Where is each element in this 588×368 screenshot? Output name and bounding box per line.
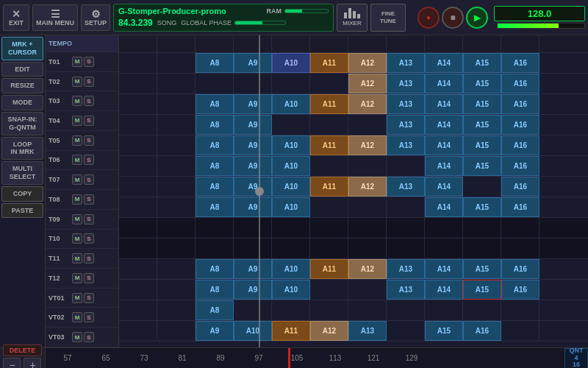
cell[interactable]: A16	[501, 177, 539, 197]
cell[interactable]	[501, 300, 539, 320]
cell[interactable]	[387, 321, 425, 341]
cell[interactable]	[348, 238, 387, 258]
cell[interactable]	[119, 218, 157, 238]
cell[interactable]: A8	[196, 135, 234, 155]
cell[interactable]	[157, 177, 196, 197]
cell[interactable]: A12	[348, 53, 387, 73]
cell[interactable]: A9	[234, 156, 272, 176]
cell[interactable]	[348, 218, 387, 238]
cell[interactable]	[157, 321, 196, 341]
t07-solo-button[interactable]: S	[84, 174, 94, 185]
cell[interactable]	[157, 218, 196, 238]
cell[interactable]	[119, 135, 157, 155]
cell[interactable]	[463, 218, 501, 238]
t05-solo-button[interactable]: S	[84, 135, 94, 146]
cell[interactable]: A10	[272, 53, 310, 73]
cell[interactable]: A8	[196, 94, 234, 114]
cell[interactable]: A16	[501, 135, 539, 155]
cell[interactable]: A15	[463, 197, 501, 217]
vt02-solo-button[interactable]: S	[84, 312, 94, 322]
cell[interactable]: A9	[234, 135, 272, 155]
cell[interactable]	[157, 259, 196, 279]
cell[interactable]	[272, 74, 310, 93]
t09-mute-button[interactable]: M	[72, 214, 82, 224]
cell[interactable]	[310, 156, 348, 176]
minus-button[interactable]: −	[3, 358, 21, 369]
cell[interactable]: A15	[463, 156, 501, 176]
record-button[interactable]: ●	[417, 7, 440, 29]
stop-button[interactable]: ■	[442, 7, 464, 29]
cell[interactable]	[463, 177, 501, 197]
vt02-mute-button[interactable]: M	[72, 312, 82, 322]
cell[interactable]	[234, 238, 272, 258]
t10-mute-button[interactable]: M	[72, 233, 82, 244]
cell[interactable]	[272, 218, 310, 238]
cell[interactable]	[425, 238, 463, 258]
sidebar-loop-in-mrk[interactable]: LOOP IN MRK	[1, 137, 43, 160]
cell[interactable]	[310, 280, 348, 300]
cell[interactable]	[387, 218, 425, 238]
cell[interactable]: A14	[425, 74, 463, 93]
cell[interactable]: A11	[310, 177, 348, 197]
cell[interactable]: A8	[196, 259, 234, 279]
cell[interactable]: A9	[234, 259, 272, 279]
cell[interactable]: A10	[272, 135, 310, 155]
sidebar-mode[interactable]: MODE	[1, 95, 43, 110]
cell[interactable]	[272, 238, 310, 258]
cell[interactable]	[310, 115, 348, 135]
cell[interactable]: A12	[348, 259, 387, 279]
cell[interactable]: A12	[310, 321, 348, 341]
cell[interactable]: A12	[348, 94, 387, 114]
cell[interactable]: A10	[272, 197, 310, 217]
cell[interactable]: A8	[196, 156, 234, 176]
cell[interactable]	[119, 115, 157, 135]
t06-solo-button[interactable]: S	[84, 155, 94, 165]
t04-solo-button[interactable]: S	[84, 116, 94, 126]
cell[interactable]	[196, 238, 234, 258]
t04-mute-button[interactable]: M	[72, 116, 82, 126]
t11-solo-button[interactable]: S	[84, 253, 94, 263]
t07-mute-button[interactable]: M	[72, 174, 82, 185]
cell[interactable]: A8	[196, 197, 234, 217]
cell[interactable]: A9	[234, 177, 272, 197]
t06-mute-button[interactable]: M	[72, 155, 82, 165]
cell[interactable]: A9	[234, 94, 272, 114]
cell[interactable]	[196, 74, 234, 93]
cell[interactable]	[119, 74, 157, 93]
cell[interactable]	[310, 74, 348, 93]
cell[interactable]: A9	[234, 280, 272, 300]
cell[interactable]	[310, 300, 348, 320]
cell[interactable]	[501, 218, 539, 238]
cell[interactable]: A13	[387, 280, 425, 300]
sidebar-mrk-cursor[interactable]: MRK + CURSOR	[1, 37, 43, 60]
cell[interactable]	[501, 238, 539, 258]
cell[interactable]: A10	[272, 156, 310, 176]
vt03-mute-button[interactable]: M	[72, 332, 82, 342]
cell[interactable]	[348, 115, 387, 135]
cell[interactable]: A14	[425, 94, 463, 114]
cell[interactable]	[157, 197, 196, 217]
cell[interactable]: A10	[234, 321, 272, 341]
cell[interactable]: A8	[196, 280, 234, 300]
cell[interactable]: A16	[501, 156, 539, 176]
cell[interactable]: A12	[348, 74, 387, 93]
cell[interactable]	[157, 53, 196, 73]
cell[interactable]	[157, 115, 196, 135]
cell[interactable]	[119, 280, 157, 300]
cell[interactable]: A14	[425, 156, 463, 176]
cell[interactable]: A9	[234, 115, 272, 135]
cell[interactable]: A8	[196, 177, 234, 197]
cell[interactable]: A13	[387, 259, 425, 279]
cell[interactable]	[310, 238, 348, 258]
t11-mute-button[interactable]: M	[72, 253, 82, 263]
exit-button[interactable]: ✕ EXIT	[3, 4, 29, 31]
cell[interactable]: A8	[196, 53, 234, 73]
cell[interactable]: A14	[425, 280, 463, 300]
cell[interactable]: A14	[425, 197, 463, 217]
cell[interactable]: A13	[348, 321, 387, 341]
cell[interactable]: A12	[348, 135, 387, 155]
cell[interactable]: A9	[234, 197, 272, 217]
cell[interactable]	[157, 280, 196, 300]
fine-tune-button[interactable]: FINE TUNE	[370, 4, 406, 32]
mixer-button[interactable]: MIXER	[337, 4, 368, 32]
